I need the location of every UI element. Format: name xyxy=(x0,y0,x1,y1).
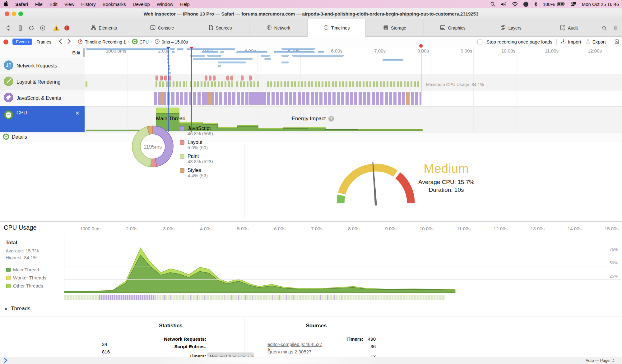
chart-top-border xyxy=(64,235,622,235)
selector-stepper-icon[interactable] xyxy=(612,359,615,362)
breadcrumb-separator: › xyxy=(149,39,155,44)
battery-status[interactable]: 100% xyxy=(543,2,565,7)
warnings-badge[interactable] xyxy=(52,19,61,37)
tab-elements[interactable]: Elements xyxy=(75,19,133,37)
sidebar-item-layout-rendering[interactable]: Layout & Rendering xyxy=(0,74,85,90)
back-button[interactable] xyxy=(58,39,62,45)
control-center-icon[interactable] xyxy=(571,2,577,7)
menu-item-window[interactable]: Window xyxy=(153,2,177,7)
disclosure-triangle-icon[interactable]: ▶ xyxy=(5,306,8,311)
stop-recording-label[interactable]: Stop recording once page loads xyxy=(486,39,552,44)
sources-row: 12editor-compiled.js:1:44305 – l xyxy=(264,353,376,357)
threads-label[interactable]: Threads xyxy=(11,306,30,312)
sidebar-item-cpu[interactable]: CPU✕ xyxy=(0,106,85,132)
menu-item-develop[interactable]: Develop xyxy=(129,2,153,7)
strip-mark xyxy=(259,295,259,300)
legend-name: Paint xyxy=(188,154,213,159)
tab-console[interactable]: Console xyxy=(133,19,191,37)
menu-item-history[interactable]: History xyxy=(78,2,99,7)
help-icon[interactable]: ? xyxy=(328,116,334,122)
menu-item-file[interactable]: File xyxy=(32,2,46,7)
tab-layers[interactable]: Layers xyxy=(482,19,540,37)
legend-item-javascript: JavaScript46.8% (559) xyxy=(180,126,213,136)
gear-icon[interactable] xyxy=(611,19,620,37)
current-time-marker[interactable] xyxy=(168,47,169,132)
timeline-control-bar: Events Frames Timeline Recording 1›CPU›0… xyxy=(0,37,622,47)
strip-mark xyxy=(341,295,341,300)
tab-sources[interactable]: Sources xyxy=(191,19,249,37)
clear-timeline-icon[interactable] xyxy=(614,39,620,45)
menu-item-help[interactable]: Help xyxy=(177,2,193,7)
menu-item-edit[interactable]: Edit xyxy=(46,2,61,7)
menu-clock[interactable]: Mon Oct 25 16:46 xyxy=(582,2,619,7)
errors-badge[interactable] xyxy=(62,19,72,37)
energy-impact-title: Energy Impact xyxy=(292,116,326,122)
volume-icon[interactable] xyxy=(501,2,507,7)
menu-extra-orb-icon[interactable] xyxy=(523,2,529,7)
wifi-icon[interactable] xyxy=(512,2,518,7)
cpu-gridline xyxy=(324,235,324,293)
import-icon xyxy=(561,39,566,45)
record-button[interactable] xyxy=(3,39,8,44)
percent-gridline xyxy=(64,279,622,280)
cpu-gridline xyxy=(287,235,287,293)
menu-item-view[interactable]: View xyxy=(61,2,78,7)
cpu-gridline xyxy=(583,235,583,293)
energy-average-label: Average CPU: 15.7% xyxy=(411,178,482,186)
search-icon[interactable] xyxy=(600,19,609,37)
expand-console-icon[interactable] xyxy=(4,358,8,364)
breadcrumb-item[interactable]: 0ms – 15.00s xyxy=(155,39,188,45)
export-icon xyxy=(585,39,591,45)
device-button[interactable] xyxy=(16,19,25,37)
cpu-timeline-icon xyxy=(4,110,13,121)
reload-button[interactable] xyxy=(27,19,36,37)
tab-storage[interactable]: Storage xyxy=(365,19,424,37)
breadcrumb-item[interactable]: CPU xyxy=(132,39,149,45)
sidebar-item-network-requests[interactable]: Network Requests xyxy=(0,58,85,74)
cpu-gridline xyxy=(139,235,139,293)
edit-button[interactable]: Edit xyxy=(72,50,80,55)
frames-toggle[interactable]: Frames xyxy=(36,39,51,44)
strip-mark xyxy=(307,295,307,300)
sidebar-item-label: Network Requests xyxy=(16,63,57,69)
divider xyxy=(556,39,557,45)
current-time-flag[interactable] xyxy=(166,47,170,50)
inspector-toolbar: ElementsConsoleSourcesNetworkTimelinesSt… xyxy=(0,19,622,37)
menu-item-safari[interactable]: Safari xyxy=(12,2,32,7)
menu-item-bookmarks[interactable]: Bookmarks xyxy=(99,2,129,7)
events-toggle[interactable]: Events xyxy=(12,39,32,45)
forward-button[interactable] xyxy=(67,39,71,45)
strip-mark xyxy=(245,295,246,300)
tab-network[interactable]: Network xyxy=(249,19,307,37)
tab-timelines[interactable]: Timelines xyxy=(307,19,365,37)
bluetooth-icon[interactable] xyxy=(534,2,537,7)
strip-mark xyxy=(348,295,348,300)
tab-label: Audit xyxy=(568,25,578,30)
appearance-selector[interactable]: Auto — Page xyxy=(586,358,610,363)
details-label: Details xyxy=(12,134,27,140)
spotlight-icon[interactable] xyxy=(490,2,495,7)
bottom-panels: Statistics Sources Network Requests:34Sc… xyxy=(0,316,622,357)
export-button[interactable]: Export xyxy=(585,39,606,45)
sidebar-item-javascript-events[interactable]: JavaScript & Events xyxy=(0,90,85,106)
sidebar-header: Edit xyxy=(0,47,85,58)
panel-divider xyxy=(244,144,244,219)
close-timeline-icon[interactable]: ✕ xyxy=(75,110,80,117)
legend-item-styles: Styles4.4% (53) xyxy=(180,168,213,178)
tab-audit[interactable]: Audit xyxy=(540,19,598,37)
tab-label: Timelines xyxy=(331,25,350,30)
element-picker-button[interactable] xyxy=(4,19,13,37)
console-tab-icon xyxy=(150,25,156,31)
import-button[interactable]: Import xyxy=(561,39,581,45)
strip-mark xyxy=(320,295,321,300)
download-button[interactable] xyxy=(38,19,47,37)
tab-graphics[interactable]: Graphics xyxy=(424,19,482,37)
source-count: 36 xyxy=(363,344,376,349)
stop-recording-checkbox[interactable] xyxy=(477,39,482,44)
breadcrumb-item[interactable]: Timeline Recording 1 xyxy=(77,39,126,45)
strip-mark xyxy=(197,295,198,300)
apple-menu-icon[interactable] xyxy=(0,1,12,7)
percent-label: 50% xyxy=(599,260,618,265)
strip-mark xyxy=(300,295,300,300)
legend-value: 4.4% (53) xyxy=(188,173,208,178)
